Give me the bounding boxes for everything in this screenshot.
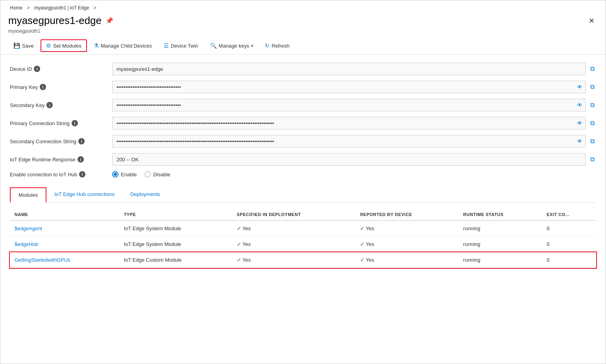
- module-name-link[interactable]: GettingStartedwithGPUs: [15, 257, 70, 263]
- cell-reported: Yes: [355, 220, 458, 237]
- modules-table: NAME TYPE SPECIFIED IN DEPLOYMENT REPORT…: [10, 209, 596, 268]
- close-button[interactable]: ✕: [586, 15, 598, 27]
- col-reported: REPORTED BY DEVICE: [355, 209, 458, 220]
- save-icon: 💾: [13, 42, 20, 49]
- cell-runtime-status: running: [458, 237, 542, 252]
- table-row: GettingStartedwithGPUsIoT Edge Custom Mo…: [10, 252, 596, 268]
- device-twin-button[interactable]: ☰ Device Twin: [159, 40, 203, 52]
- secondary-conn-row: Secondary Connection String i 👁 ⧉: [10, 135, 596, 148]
- manage-child-button[interactable]: ⚗ Manage Child Devices: [89, 40, 157, 52]
- col-runtime-status: RUNTIME STATUS: [458, 209, 542, 220]
- cell-reported: Yes: [355, 237, 458, 252]
- runtime-response-copy-button[interactable]: ⧉: [589, 154, 596, 164]
- device-id-input-wrapper: [112, 63, 586, 75]
- enable-radio[interactable]: Enable: [112, 171, 137, 177]
- disable-radio-circle: [144, 171, 151, 177]
- save-button[interactable]: 💾 Save: [8, 40, 39, 52]
- manage-child-icon: ⚗: [94, 42, 99, 49]
- primary-key-input-wrapper: 👁: [112, 81, 586, 93]
- runtime-response-input[interactable]: [112, 153, 586, 166]
- check-icon: Yes: [360, 241, 374, 247]
- breadcrumb-hub[interactable]: myasegpuioth1 | IoT Edge: [34, 5, 89, 11]
- table-section: NAME TYPE SPECIFIED IN DEPLOYMENT REPORT…: [10, 209, 596, 268]
- cell-type: IoT Edge System Module: [119, 237, 232, 252]
- pin-icon[interactable]: 📌: [105, 17, 113, 24]
- runtime-response-input-wrapper: [112, 153, 586, 166]
- cell-name[interactable]: $edgeAgent: [10, 220, 119, 237]
- check-icon: Yes: [360, 257, 374, 263]
- enable-radio-circle: [112, 171, 118, 177]
- check-icon: Yes: [237, 225, 251, 231]
- col-specified: SPECIFIED IN DEPLOYMENT: [232, 209, 356, 220]
- secondary-conn-copy-button[interactable]: ⧉: [589, 136, 596, 146]
- secondary-conn-input[interactable]: [112, 135, 586, 148]
- primary-conn-eye-icon[interactable]: 👁: [577, 120, 582, 126]
- runtime-response-info-icon[interactable]: i: [78, 156, 84, 163]
- primary-key-input[interactable]: [112, 81, 586, 93]
- secondary-key-row: Secondary Key i 👁 ⧉: [10, 99, 596, 111]
- breadcrumb: Home > myasegpuioth1 | IoT Edge >: [0, 0, 606, 13]
- col-exit-code: EXIT CO...: [542, 209, 596, 220]
- set-modules-icon: ⚙: [46, 42, 51, 49]
- module-name-link[interactable]: $edgeAgent: [15, 225, 42, 231]
- primary-key-label: Primary Key i: [10, 84, 112, 90]
- device-id-copy-button[interactable]: ⧉: [589, 64, 596, 74]
- set-modules-button[interactable]: ⚙ Set Modules: [41, 39, 87, 52]
- cell-name[interactable]: $edgeHub: [10, 237, 119, 252]
- table-row: $edgeHubIoT Edge System ModuleYesYesrunn…: [10, 237, 596, 252]
- refresh-button[interactable]: ↻ Refresh: [260, 40, 295, 52]
- cell-specified: Yes: [232, 237, 356, 252]
- primary-key-eye-icon[interactable]: 👁: [577, 84, 582, 90]
- tab-modules[interactable]: Modules: [10, 187, 46, 203]
- secondary-conn-input-wrapper: 👁: [112, 135, 586, 148]
- disable-radio-label: Disable: [153, 172, 170, 177]
- col-name: NAME: [10, 209, 119, 220]
- manage-keys-button[interactable]: 🔍 Manage keys ▾: [205, 40, 258, 52]
- refresh-icon: ↻: [265, 42, 270, 49]
- device-id-input[interactable]: [112, 63, 586, 75]
- toolbar: 💾 Save ⚙ Set Modules ⚗ Manage Child Devi…: [0, 37, 606, 55]
- tabs: Modules IoT Edge Hub connections Deploym…: [10, 187, 596, 202]
- table-row: $edgeAgentIoT Edge System ModuleYesYesru…: [10, 220, 596, 237]
- module-name-link[interactable]: $edgeHub: [15, 241, 38, 247]
- cell-exit-code: 0: [542, 237, 596, 252]
- cell-runtime-status: running: [458, 220, 542, 237]
- secondary-conn-label: Secondary Connection String i: [10, 138, 112, 144]
- cell-exit-code: 0: [542, 252, 596, 268]
- radio-group: Enable Disable: [112, 171, 170, 177]
- device-twin-icon: ☰: [164, 42, 169, 49]
- primary-key-info-icon[interactable]: i: [40, 84, 46, 90]
- primary-conn-label: Primary Connection String i: [10, 120, 112, 126]
- col-type: TYPE: [119, 209, 232, 220]
- secondary-conn-info-icon[interactable]: i: [78, 138, 85, 144]
- secondary-key-info-icon[interactable]: i: [46, 102, 53, 108]
- check-icon: Yes: [360, 225, 374, 231]
- enable-connection-label: Enable connection to IoT Hub i: [10, 171, 112, 177]
- cell-runtime-status: running: [458, 252, 542, 268]
- primary-conn-copy-button[interactable]: ⧉: [589, 118, 596, 128]
- cell-name[interactable]: GettingStartedwithGPUs: [10, 252, 119, 268]
- enable-connection-info-icon[interactable]: i: [79, 171, 85, 177]
- tab-iot-edge-hub[interactable]: IoT Edge Hub connections: [46, 187, 122, 203]
- runtime-response-label: IoT Edge Runtime Response i: [10, 156, 112, 163]
- secondary-key-input[interactable]: [112, 99, 586, 111]
- tab-deployments[interactable]: Deployments: [122, 187, 168, 203]
- device-id-info-icon[interactable]: i: [34, 66, 40, 72]
- tabs-section: Modules IoT Edge Hub connections Deploym…: [10, 187, 596, 203]
- primary-key-row: Primary Key i 👁 ⧉: [10, 81, 596, 93]
- secondary-key-input-wrapper: 👁: [112, 99, 586, 111]
- page-subtitle: myasegpuioth1: [0, 28, 606, 37]
- primary-conn-input[interactable]: [112, 117, 586, 129]
- device-id-row: Device ID i ⧉: [10, 63, 596, 75]
- primary-conn-input-wrapper: 👁: [112, 117, 586, 129]
- primary-key-copy-button[interactable]: ⧉: [589, 82, 596, 92]
- primary-conn-row: Primary Connection String i 👁 ⧉: [10, 117, 596, 129]
- cell-specified: Yes: [232, 220, 356, 237]
- secondary-conn-eye-icon[interactable]: 👁: [577, 138, 582, 144]
- primary-conn-info-icon[interactable]: i: [72, 120, 78, 126]
- breadcrumb-home[interactable]: Home: [10, 5, 22, 11]
- manage-keys-icon: 🔍: [210, 42, 217, 49]
- disable-radio[interactable]: Disable: [144, 171, 170, 177]
- secondary-key-eye-icon[interactable]: 👁: [577, 102, 582, 108]
- secondary-key-copy-button[interactable]: ⧉: [589, 100, 596, 110]
